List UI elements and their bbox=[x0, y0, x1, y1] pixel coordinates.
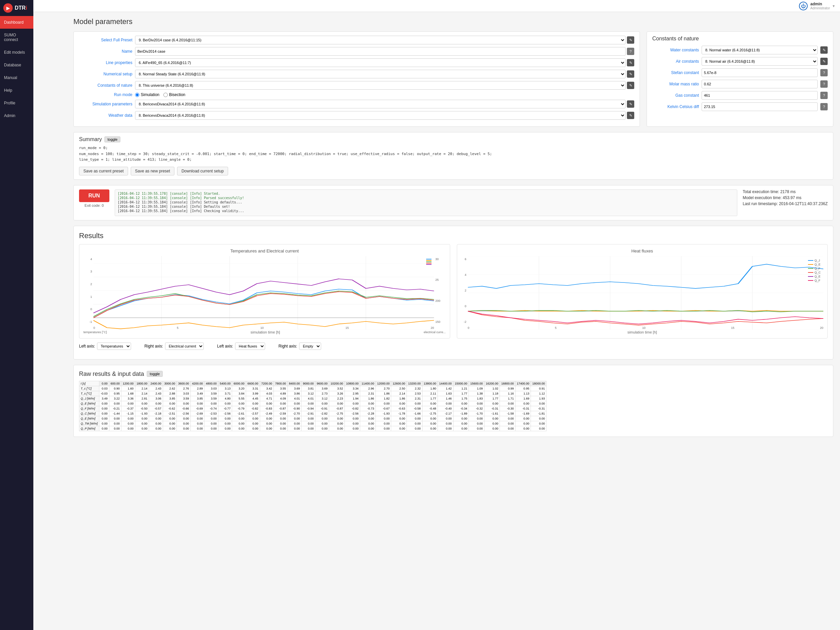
summary-line-1: run_mode = 0; bbox=[79, 145, 828, 151]
chart2-x-axis-label: simulation time [h] bbox=[461, 330, 824, 334]
gas-help-button[interactable]: ? bbox=[820, 92, 828, 99]
chart1-x-label: simulation time [h] bbox=[250, 330, 280, 334]
save-current-preset-button[interactable]: Save as current preset bbox=[79, 167, 128, 175]
chart1-legend bbox=[426, 259, 433, 265]
save-new-preset-button[interactable]: Save as new preset bbox=[131, 167, 174, 175]
table-row: Q_E [W/m]0.000.000.000.000.000.000.000.0… bbox=[79, 401, 546, 406]
stat-last-run: Last run timestamp: 2016-04-12T11:40:37.… bbox=[743, 201, 828, 206]
constants-label-water: Water constants bbox=[652, 48, 699, 52]
chart-temperatures-title: Temperatures and Electrical current bbox=[84, 248, 446, 253]
constants-select[interactable]: 8. This universe (6.4.2016@11:8) bbox=[135, 81, 625, 90]
run-left-panel: RUN Exit code: 0 bbox=[79, 189, 109, 207]
select-full-preset[interactable]: 9. BerDiv2014 case (6.4.2016@11:15) bbox=[135, 36, 625, 44]
water-constants-select[interactable]: 8. Normal water (6.4.2016@11:8) bbox=[702, 46, 818, 54]
summary-line-2: num_nodes = 100; time_step = 30; steady_… bbox=[79, 151, 828, 157]
run-mode-bisection[interactable]: Bisection bbox=[163, 92, 185, 97]
stat-model-time: Model execution time: 453.97 ms bbox=[743, 196, 828, 200]
name-help-button[interactable]: ? bbox=[627, 48, 634, 55]
edit-weather-button[interactable]: ✎ bbox=[627, 112, 634, 119]
constants-title: Constants of nature bbox=[652, 36, 828, 42]
run-mode-simulation-radio[interactable] bbox=[135, 93, 139, 97]
constants-label-molar: Molar mass ratio bbox=[652, 82, 699, 86]
chart1-x-labels: 05101520 bbox=[93, 326, 434, 330]
kelvin-help-button[interactable]: ? bbox=[820, 103, 828, 111]
run-button[interactable]: RUN bbox=[79, 189, 109, 202]
param-row-constants: Constants of nature 8. This universe (6.… bbox=[79, 81, 634, 90]
edit-water-button[interactable]: ✎ bbox=[820, 46, 828, 54]
numerical-setup-select[interactable]: 8. Normal Steady State (6.4.2016@11:8) bbox=[135, 70, 625, 78]
constants-row-air: Air constants 8. Normal air (6.4.2016@11… bbox=[652, 57, 828, 66]
constants-row-kelvin: Kelvin Celsius diff ? bbox=[652, 103, 828, 111]
run-mode-bisection-radio[interactable] bbox=[163, 93, 168, 97]
param-row-run-mode: Run mode Simulation Bisection bbox=[79, 92, 634, 97]
chart2-left-axis-selector: Left axis: Heat fluxes bbox=[217, 343, 265, 350]
param-row-name: Name ? bbox=[79, 47, 634, 56]
line-properties-select[interactable]: 6. AlFe490_65 (6.4.2016@11:7) bbox=[135, 58, 625, 67]
chart2-right-axis-select[interactable]: Empty bbox=[299, 343, 321, 350]
sidebar-item-admin[interactable]: Admin bbox=[0, 109, 33, 122]
summary-toggle-button[interactable]: toggle bbox=[104, 136, 120, 142]
chart1-left-axis-label: Left axis: bbox=[79, 344, 95, 349]
sidebar-item-help[interactable]: Help bbox=[0, 84, 33, 97]
sidebar-item-sumo[interactable]: SUMO connect bbox=[0, 29, 33, 46]
admin-role: Administrator bbox=[810, 6, 830, 10]
stefan-constant-input[interactable] bbox=[702, 68, 818, 77]
molar-help-button[interactable]: ? bbox=[820, 81, 828, 88]
table-row: Q_C [W/m]0.00-1.44-1.15-1.93-2.18-2.51-2… bbox=[79, 411, 546, 416]
edit-preset-button[interactable]: ✎ bbox=[627, 36, 634, 44]
stat-total-time: Total execution time: 2178 ms bbox=[743, 189, 828, 194]
admin-chevron-icon[interactable]: ▾ bbox=[833, 4, 835, 8]
molar-mass-input[interactable] bbox=[702, 80, 818, 88]
summary-title: Summary bbox=[79, 136, 102, 142]
chart2-right-axis-label: Right axis: bbox=[278, 344, 297, 349]
edit-sim-params-button[interactable]: ✎ bbox=[627, 100, 634, 108]
param-row-numerical: Numerical setup 8. Normal Steady State (… bbox=[79, 70, 634, 78]
chart2-left-axis-select[interactable]: Heat fluxes bbox=[235, 343, 265, 350]
run-mode-options: Simulation Bisection bbox=[135, 92, 185, 97]
param-label-numerical: Numerical setup bbox=[79, 72, 133, 76]
data-table-wrapper: t [s]0.00600.001200.001800.002400.003000… bbox=[79, 381, 828, 431]
param-label-line-props: Line properties bbox=[79, 60, 133, 65]
chart-heat-fluxes-title: Heat fluxes bbox=[461, 248, 824, 253]
run-mode-simulation[interactable]: Simulation bbox=[135, 92, 159, 97]
raw-results-toggle-button[interactable]: toggle bbox=[147, 371, 163, 377]
chart1-right-axis-selector: Right axis: Electrical current bbox=[144, 343, 204, 350]
chart1-right-axis-select[interactable]: Electrical current bbox=[165, 343, 204, 350]
sidebar-item-profile[interactable]: Profile bbox=[0, 97, 33, 109]
chart2-x-label: simulation time [h] bbox=[627, 330, 657, 334]
app-name: DTRi bbox=[15, 5, 27, 11]
admin-icon: ⏻ bbox=[799, 2, 808, 10]
air-constants-select[interactable]: 8. Normal air (6.4.2016@11:8) bbox=[702, 57, 818, 66]
download-setup-button[interactable]: Download current setup bbox=[177, 167, 228, 175]
name-input[interactable] bbox=[135, 47, 625, 56]
sidebar-item-edit-models[interactable]: Edit models bbox=[0, 46, 33, 59]
edit-line-props-button[interactable]: ✎ bbox=[627, 59, 634, 66]
chart-heat-fluxes: Heat fluxes 6420-2 bbox=[457, 244, 828, 338]
param-label-select-preset: Select Full Preset bbox=[79, 38, 133, 43]
chart1-y-left-axis: 43210-1 bbox=[84, 256, 93, 330]
results-section: Results Temperatures and Electrical curr… bbox=[73, 226, 833, 360]
constants-panel: Constants of nature Water constants 8. N… bbox=[647, 32, 833, 127]
chart1-left-axis-select[interactable]: Temperatures bbox=[97, 343, 131, 350]
sidebar-item-dashboard[interactable]: Dashboard bbox=[0, 16, 33, 29]
gas-constant-input[interactable] bbox=[702, 91, 818, 100]
weather-data-select[interactable]: 8. BericevoDivaca2014 (6.4.2016@11:8) bbox=[135, 111, 625, 120]
chart1-y-axis-labels: temperatures [°C] simulation time [h] el… bbox=[84, 330, 446, 334]
sim-params-select[interactable]: 8. BericevoDivaca2014 (6.4.2016@11:8) bbox=[135, 100, 625, 108]
edit-numerical-button[interactable]: ✎ bbox=[627, 70, 634, 78]
console-line-3: [2016-04-12 11:39:55.184] [console] [Inf… bbox=[118, 201, 735, 204]
chart1-plot-area: 05101520 bbox=[93, 256, 434, 330]
sidebar-item-manual[interactable]: Manual bbox=[0, 71, 33, 84]
constants-row-molar: Molar mass ratio ? bbox=[652, 80, 828, 88]
raw-title-row: Raw results & input data toggle bbox=[79, 371, 828, 377]
edit-constants-button[interactable]: ✎ bbox=[627, 82, 634, 89]
param-label-run-mode: Run mode bbox=[79, 92, 133, 97]
chart1-y-right-axis: 3025200150 bbox=[434, 256, 446, 330]
kelvin-diff-input[interactable] bbox=[702, 103, 818, 111]
chart2-legend: Q_J Q_E Q_F Q_C Q_E Q_F bbox=[808, 259, 821, 282]
stefan-help-button[interactable]: ? bbox=[820, 69, 828, 76]
edit-air-button[interactable]: ✎ bbox=[820, 58, 828, 65]
chart2-svg bbox=[468, 256, 824, 330]
sidebar-item-database[interactable]: Database bbox=[0, 59, 33, 71]
exit-code: Exit code: 0 bbox=[85, 204, 104, 207]
